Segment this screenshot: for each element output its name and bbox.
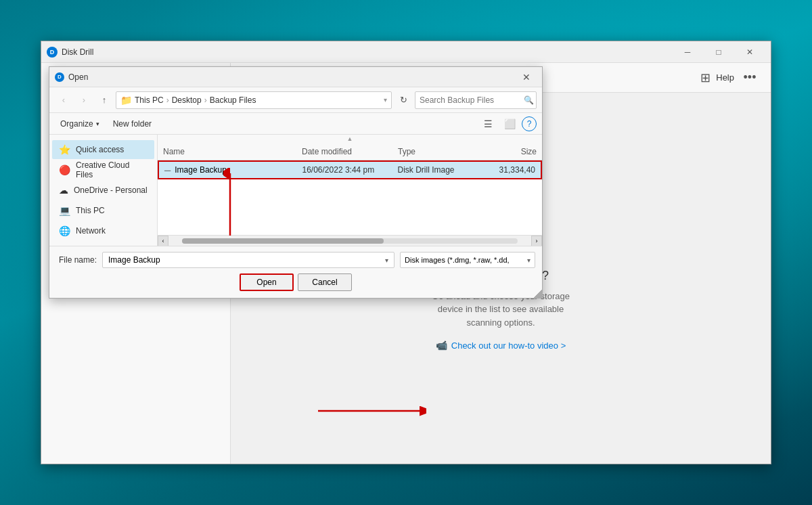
this-pc-icon: 💻 — [59, 205, 70, 216]
file-icon: ─ — [164, 165, 171, 175]
dd-title: Disk Drill — [62, 47, 672, 57]
open-button[interactable]: Open — [240, 273, 294, 291]
dialog-file-area: ▲ Name Date modified Type Size — [158, 135, 542, 246]
file-type-cell: Disk Drill Image — [392, 165, 488, 175]
search-input[interactable] — [420, 95, 521, 105]
col-type[interactable]: Type — [392, 147, 489, 156]
organize-chevron: ▾ — [96, 120, 99, 127]
organize-label: Organize — [60, 119, 93, 129]
sidebar-item-this-pc[interactable]: 💻 This PC — [52, 201, 154, 220]
dd-minimize-button[interactable]: ─ — [672, 41, 703, 63]
onedrive-icon: ☁ — [59, 185, 68, 196]
search-icon: 🔍 — [524, 95, 534, 105]
filename-row: File name: ▾ Disk images (*.dmg, *.raw, … — [56, 252, 535, 268]
help-label: Help — [716, 72, 734, 83]
filetype-label: Disk images (*.dmg, *.raw, *.dd, — [405, 256, 527, 264]
scroll-track[interactable] — [182, 238, 518, 244]
folder-icon: 📁 — [120, 95, 132, 106]
dd-maximize-button[interactable]: □ — [703, 41, 734, 63]
col-name-label: Name — [163, 147, 185, 156]
breadcrumb-expand-icon[interactable]: ▾ — [384, 96, 387, 104]
filename-input-container[interactable]: ▾ — [102, 252, 394, 268]
filename-field[interactable] — [108, 255, 385, 265]
open-file-dialog: D Open ✕ ‹ › ↑ 📁 This PC › Desktop › Bac… — [49, 66, 543, 299]
sidebar-item-creative-cloud[interactable]: 🔴 Creative Cloud Files — [52, 160, 154, 179]
scroll-right-arrow[interactable]: › — [531, 236, 542, 246]
network-label: Network — [76, 226, 106, 236]
col-size-label: Size — [521, 147, 537, 156]
how-to-video-link[interactable]: 📹 Check out our how-to video > — [436, 340, 566, 351]
quick-access-icon: ⭐ — [59, 144, 70, 155]
dialog-footer: File name: ▾ Disk images (*.dmg, *.raw, … — [49, 246, 542, 298]
help-area: ⊞ Help ••• — [700, 68, 760, 88]
this-pc-label: This PC — [76, 206, 105, 215]
cancel-button[interactable]: Cancel — [298, 273, 352, 291]
new-folder-label: New folder — [113, 119, 152, 129]
scroll-left-arrow[interactable]: ‹ — [158, 236, 168, 246]
view-options-button[interactable]: ☰ — [478, 116, 497, 132]
dialog-app-icon: D — [55, 72, 64, 82]
filetype-selector[interactable]: Disk images (*.dmg, *.raw, *.dd, ▾ — [400, 252, 535, 268]
breadcrumb-this-pc[interactable]: This PC — [135, 95, 164, 105]
col-date[interactable]: Date modified — [296, 147, 392, 156]
sidebar-item-network[interactable]: 🌐 Network — [52, 221, 154, 240]
scroll-thumb[interactable] — [182, 238, 384, 244]
col-size[interactable]: Size — [489, 147, 542, 156]
sidebar-item-onedrive[interactable]: ☁ OneDrive - Personal — [52, 181, 154, 200]
dialog-titlebar: D Open ✕ — [49, 67, 542, 87]
file-list-header: Name Date modified Type Size — [158, 143, 542, 160]
forward-button[interactable]: › — [75, 92, 93, 108]
file-date: 16/06/2022 3:44 pm — [302, 165, 375, 175]
resize-handle[interactable] — [534, 290, 542, 298]
breadcrumb-backup-files[interactable]: Backup Files — [210, 95, 256, 105]
creative-cloud-label: Creative Cloud Files — [76, 160, 148, 179]
file-list-body: ─ Image Backup 16/06/2022 3:44 pm Disk D… — [158, 160, 542, 235]
file-type: Disk Drill Image — [398, 165, 455, 175]
dialog-help-button[interactable]: ? — [522, 116, 537, 131]
file-size-cell: 31,334,40 — [488, 165, 541, 175]
pane-toggle-button[interactable]: ⬜ — [500, 116, 519, 132]
footer-buttons: Open Cancel — [56, 272, 535, 292]
dialog-main-area: ⭐ Quick access 🔴 Creative Cloud Files ☁ … — [49, 135, 542, 246]
back-button[interactable]: ‹ — [55, 92, 72, 108]
col-type-label: Type — [398, 147, 415, 156]
file-name-cell: ─ Image Backup — [159, 165, 297, 175]
dd-titlebar: D Disk Drill ─ □ ✕ — [41, 41, 771, 63]
more-options-button[interactable]: ••• — [740, 68, 760, 88]
dd-app-icon: D — [47, 47, 58, 58]
col-date-label: Date modified — [302, 147, 352, 156]
network-icon: 🌐 — [59, 225, 70, 236]
filename-label: File name: — [56, 255, 97, 265]
sort-chevron: ▲ — [347, 135, 353, 142]
breadcrumb-bar: 📁 This PC › Desktop › Backup Files ▾ — [116, 91, 392, 109]
how-to-video-label: Check out our how-to video > — [451, 341, 566, 351]
dialog-title: Open — [68, 72, 516, 82]
col-name[interactable]: Name — [158, 147, 296, 156]
up-button[interactable]: ↑ — [95, 92, 113, 108]
horizontal-scrollbar[interactable]: ‹ › — [158, 235, 542, 246]
organize-button[interactable]: Organize ▾ — [55, 116, 105, 132]
dialog-sidebar: ⭐ Quick access 🔴 Creative Cloud Files ☁ … — [49, 135, 158, 246]
dialog-close-button[interactable]: ✕ — [516, 67, 537, 87]
sidebar-item-quick-access[interactable]: ⭐ Quick access — [52, 140, 154, 159]
file-name: Image Backup — [175, 165, 227, 175]
refresh-button[interactable]: ↻ — [394, 92, 412, 108]
table-row[interactable]: ─ Image Backup 16/06/2022 3:44 pm Disk D… — [158, 160, 542, 179]
filename-dropdown-icon: ▾ — [385, 257, 388, 264]
onedrive-label: OneDrive - Personal — [74, 185, 148, 195]
file-size: 31,334,40 — [499, 165, 535, 175]
grid-view-icon: ⊞ — [700, 70, 710, 85]
filetype-chevron: ▾ — [527, 257, 531, 264]
breadcrumb-desktop[interactable]: Desktop — [172, 95, 202, 105]
new-folder-button[interactable]: New folder — [108, 116, 157, 132]
creative-cloud-icon: 🔴 — [59, 164, 70, 175]
video-icon: 📹 — [436, 340, 447, 351]
file-date-cell: 16/06/2022 3:44 pm — [297, 165, 392, 175]
dialog-nav-bar: ‹ › ↑ 📁 This PC › Desktop › Backup Files… — [49, 87, 542, 113]
dialog-toolbar: Organize ▾ New folder ☰ ⬜ ? — [49, 113, 542, 135]
dd-close-button[interactable]: ✕ — [734, 41, 765, 63]
dd-window-controls: ─ □ ✕ — [672, 41, 765, 63]
quick-access-label: Quick access — [76, 145, 124, 154]
search-box[interactable]: 🔍 — [415, 91, 537, 109]
